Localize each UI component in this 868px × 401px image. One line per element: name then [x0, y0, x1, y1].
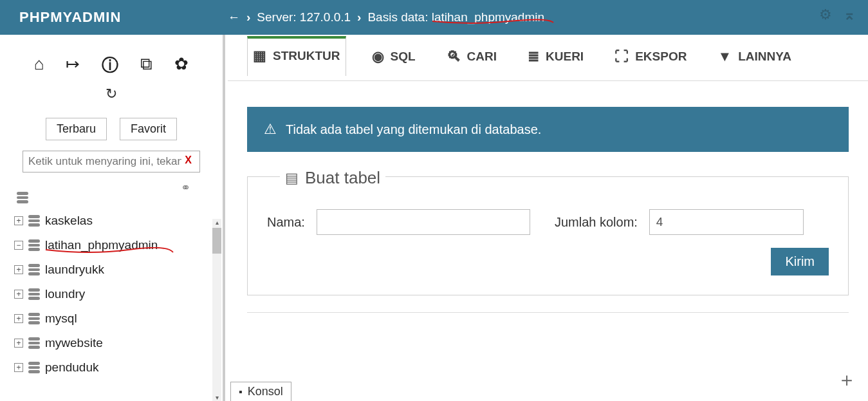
tab-ekspor[interactable]: ⛶ EKSPOR [609, 39, 692, 77]
expand-icon[interactable]: + [14, 216, 23, 225]
database-icon [28, 288, 40, 300]
table-name-input[interactable] [317, 209, 530, 235]
db-tree: + kaskelas − latihan_phpmyadmin + laundr… [0, 196, 223, 380]
alert-message: Tidak ada tabel yang ditemukan di databa… [286, 122, 541, 137]
app-logo: PHPMYADMIN [19, 9, 121, 26]
add-icon[interactable]: ＋ [837, 367, 856, 393]
chevron-right-icon: › [246, 10, 250, 24]
tab-kueri[interactable]: ≣ KUERI [522, 39, 589, 77]
console-icon: ▪ [239, 386, 243, 398]
play-icon: ◉ [372, 48, 384, 65]
database-icon [28, 239, 40, 251]
search-icon: 🔍︎ [447, 48, 461, 65]
name-label: Nama: [267, 215, 305, 230]
reload-icon[interactable]: ↻ [106, 86, 117, 102]
scroll-down-icon[interactable]: ▾ [212, 394, 221, 401]
scroll-thumb[interactable] [212, 228, 221, 254]
expand-icon[interactable]: + [14, 314, 23, 323]
copy-icon[interactable]: ⧉ [140, 54, 152, 77]
expand-icon[interactable]: + [14, 290, 23, 299]
database-icon [28, 337, 40, 349]
back-arrow-icon[interactable]: ← [228, 10, 240, 24]
database-icon [17, 192, 28, 203]
expand-icon[interactable]: + [14, 265, 23, 274]
clear-filter-icon[interactable]: X [185, 154, 192, 166]
tree-item[interactable]: + kaskelas [14, 209, 223, 233]
link-icon[interactable]: ⚭ [181, 181, 190, 194]
create-table-fieldset: ▤ Buat tabel Nama: Jumlah kolom: Kirim [247, 176, 849, 295]
gear-icon[interactable]: ✿ [174, 54, 189, 77]
expand-icon[interactable]: + [14, 363, 23, 372]
breadcrumb-db[interactable]: Basis data: latihan_phpmyadmin [367, 10, 544, 24]
top-bar: PHPMYADMIN ← › Server: 127.0.0.1 › Basis… [0, 0, 868, 35]
sidebar: ⌂ ↦ ⓘ ⧉ ✿ ↻ Terbaru Favorit X ⚭ + kaskel… [0, 35, 225, 401]
submit-button[interactable]: Kirim [771, 248, 829, 275]
tab-struktur[interactable]: ▦ STRUKTUR [247, 36, 346, 76]
tree-item[interactable]: + mysql [14, 306, 223, 331]
sidebar-quick-icons: ⌂ ↦ ⓘ ⧉ ✿ [0, 35, 223, 82]
database-icon [28, 362, 40, 373]
main-panel: ▦ STRUKTUR ◉ SQL 🔍︎ CARI ≣ KUERI ⛶ EKSPO… [228, 35, 868, 401]
database-icon [28, 264, 40, 275]
tab-sql[interactable]: ◉ SQL [367, 39, 421, 77]
info-icon[interactable]: ⓘ [102, 54, 118, 77]
export-icon: ⛶ [614, 48, 629, 65]
columns-count-input[interactable] [649, 209, 804, 235]
tab-recent[interactable]: Terbaru [46, 118, 107, 140]
scroll-up-icon[interactable]: ▴ [212, 219, 221, 226]
collapse-top-icon[interactable]: ⌅ [844, 6, 855, 23]
filter-input[interactable] [23, 151, 200, 173]
tab-cari[interactable]: 🔍︎ CARI [441, 39, 502, 77]
structure-icon: ▦ [253, 48, 266, 64]
tree-item[interactable]: + loundry [14, 282, 223, 306]
warning-icon: ⚠ [264, 121, 277, 138]
logout-icon[interactable]: ↦ [66, 54, 80, 77]
breadcrumb-server[interactable]: Server: 127.0.0.1 [257, 10, 351, 24]
database-icon [28, 215, 40, 227]
tree-item[interactable]: + penduduk [14, 355, 223, 380]
new-table-icon: ▤ [285, 170, 299, 187]
tree-scrollbar[interactable]: ▴ ▾ [212, 219, 221, 401]
fieldset-legend: ▤ Buat tabel [280, 168, 385, 188]
database-icon: ≣ [528, 48, 539, 65]
tab-lainnya[interactable]: ▼ LAINNYA [712, 39, 796, 77]
columns-label: Jumlah kolom: [555, 215, 638, 230]
tab-favorite[interactable]: Favorit [120, 118, 177, 140]
tree-item[interactable]: + mywebsite [14, 331, 223, 355]
tree-item-active[interactable]: − latihan_phpmyadmin [14, 233, 223, 257]
database-icon [28, 313, 40, 324]
no-tables-alert: ⚠ Tidak ada tabel yang ditemukan di data… [247, 107, 849, 152]
breadcrumb-db-name: latihan_phpmyadmin [432, 10, 544, 24]
tree-item-partial[interactable] [14, 197, 223, 209]
dropdown-icon: ▼ [717, 48, 732, 65]
home-icon[interactable]: ⌂ [34, 54, 44, 77]
expand-icon[interactable]: + [14, 339, 23, 348]
tree-item[interactable]: + laundryukk [14, 257, 223, 282]
collapse-icon[interactable]: − [14, 241, 23, 250]
main-tabs: ▦ STRUKTUR ◉ SQL 🔍︎ CARI ≣ KUERI ⛶ EKSPO… [228, 35, 868, 81]
divider [247, 312, 849, 313]
breadcrumb: ← › Server: 127.0.0.1 › Basis data: lati… [228, 0, 544, 35]
settings-icon[interactable]: ⚙ [819, 6, 832, 23]
console-tab[interactable]: ▪ Konsol [230, 382, 291, 401]
chevron-right-icon: › [357, 10, 361, 24]
